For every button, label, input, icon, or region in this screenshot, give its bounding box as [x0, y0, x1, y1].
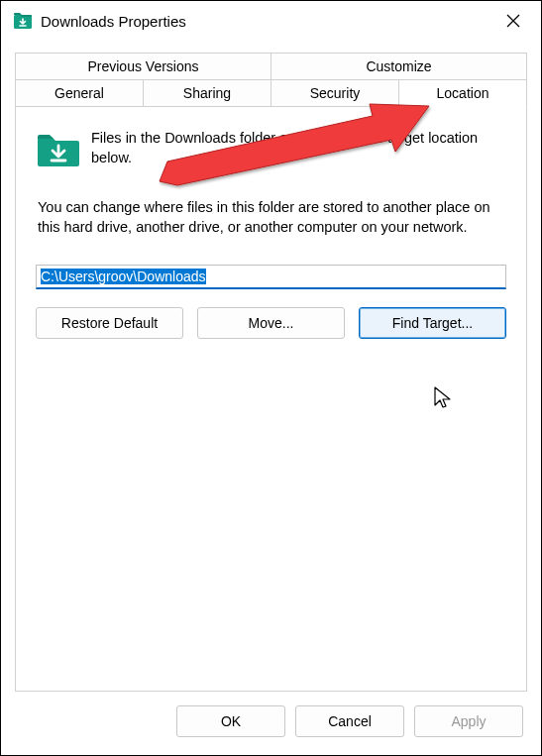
tab-general[interactable]: General	[15, 79, 144, 107]
cancel-button[interactable]: Cancel	[295, 705, 404, 737]
explain-text: You can change where files in this folde…	[38, 198, 504, 237]
tab-previous-versions[interactable]: Previous Versions	[15, 53, 271, 79]
find-target-button[interactable]: Find Target...	[359, 307, 506, 339]
downloads-folder-large-icon	[36, 131, 79, 168]
close-button[interactable]	[493, 5, 533, 37]
apply-button[interactable]: Apply	[414, 705, 523, 737]
window-body: Previous Versions Customize General Shar…	[1, 41, 541, 755]
close-icon	[506, 14, 520, 28]
window-title: Downloads Properties	[41, 13, 493, 30]
tab-customize[interactable]: Customize	[271, 53, 527, 79]
tab-security[interactable]: Security	[271, 79, 399, 107]
location-path-value: C:\Users\groov\Downloads	[41, 269, 206, 284]
dialog-footer: OK Cancel Apply	[15, 692, 527, 743]
intro-text: Files in the Downloads folder are stored…	[91, 129, 506, 167]
tab-sharing[interactable]: Sharing	[144, 79, 271, 107]
ok-button[interactable]: OK	[176, 705, 285, 737]
location-path-input[interactable]: C:\Users\groov\Downloads	[36, 265, 506, 289]
tab-panel-location: Files in the Downloads folder are stored…	[15, 107, 527, 692]
move-button[interactable]: Move...	[197, 307, 345, 339]
titlebar: Downloads Properties	[1, 1, 541, 41]
tabs: Previous Versions Customize General Shar…	[15, 53, 527, 107]
tab-location[interactable]: Location	[399, 79, 527, 107]
restore-default-button[interactable]: Restore Default	[36, 307, 183, 339]
downloads-folder-icon	[13, 11, 33, 31]
